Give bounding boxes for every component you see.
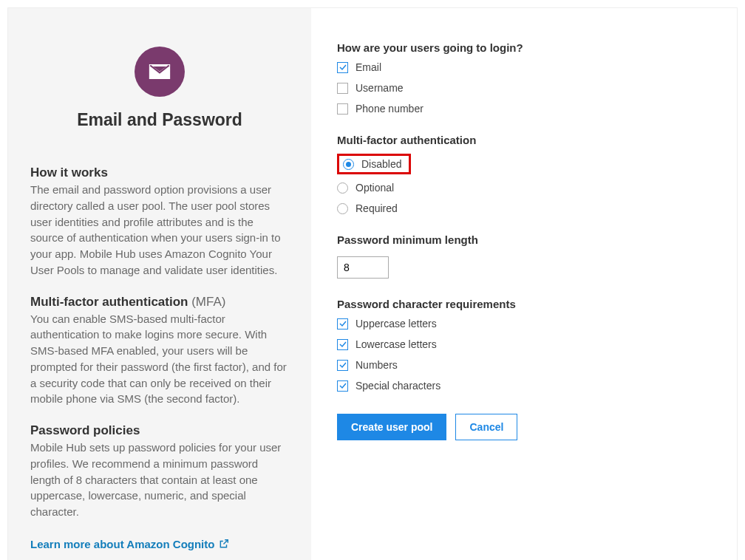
checkbox-special[interactable] [337, 380, 348, 392]
req-upper-label: Uppercase letters [356, 318, 437, 329]
config-form: How are your users going to login? Email… [311, 8, 737, 560]
mfa-disabled-highlight: Disabled [337, 154, 411, 174]
mfa-disabled-label: Disabled [361, 158, 401, 170]
req-numbers-row[interactable]: Numbers [337, 359, 715, 371]
checkbox-upper[interactable] [337, 318, 348, 329]
mfa-required-row[interactable]: Required [337, 202, 715, 214]
email-password-config-panel: Email and Password How it works The emai… [7, 7, 738, 560]
login-phone-label: Phone number [356, 103, 423, 115]
create-user-pool-button[interactable]: Create user pool [337, 414, 446, 440]
login-email-row[interactable]: Email [337, 61, 715, 73]
mfa-disabled-row[interactable]: Disabled [343, 158, 401, 170]
envelope-icon [135, 47, 185, 97]
radio-required[interactable] [337, 203, 348, 214]
req-lower-label: Lowercase letters [356, 338, 437, 350]
external-link-icon [219, 539, 229, 549]
cancel-button[interactable]: Cancel [455, 414, 517, 440]
how-it-works-body: The email and password option provisions… [30, 182, 289, 279]
button-row: Create user pool Cancel [337, 414, 715, 440]
checkbox-lower[interactable] [337, 339, 348, 350]
login-phone-row[interactable]: Phone number [337, 103, 715, 115]
how-it-works-heading: How it works [30, 165, 289, 180]
login-heading: How are your users going to login? [337, 41, 715, 54]
login-username-row[interactable]: Username [337, 82, 715, 94]
mfa-required-label: Required [356, 202, 398, 214]
pwd-req-heading: Password character requirements [337, 298, 715, 310]
mfa-body: You can enable SMS-based multi-factor au… [30, 311, 289, 408]
mfa-optional-row[interactable]: Optional [337, 182, 715, 194]
checkbox-email[interactable] [337, 62, 348, 73]
checkbox-numbers[interactable] [337, 360, 348, 371]
radio-optional[interactable] [337, 182, 348, 194]
checkbox-username[interactable] [337, 83, 348, 94]
panel-title: Email and Password [30, 110, 289, 130]
mfa-heading-text: Multi-factor authentication [30, 295, 188, 309]
req-special-label: Special characters [356, 380, 440, 392]
mfa-heading-suffix: (MFA) [188, 295, 225, 309]
policies-body: Mobile Hub sets up password policies for… [30, 440, 289, 520]
login-email-label: Email [356, 61, 381, 73]
learn-more-link[interactable]: Learn more about Amazon Cognito [30, 538, 229, 550]
learn-more-text: Learn more about Amazon Cognito [30, 538, 214, 550]
mfa-heading: Multi-factor authentication (MFA) [30, 295, 289, 310]
mfa-optional-label: Optional [356, 182, 394, 194]
login-username-label: Username [356, 82, 404, 94]
req-numbers-label: Numbers [356, 359, 398, 371]
policies-heading: Password policies [30, 423, 289, 438]
req-upper-row[interactable]: Uppercase letters [337, 318, 715, 329]
info-panel: Email and Password How it works The emai… [8, 8, 311, 560]
radio-disabled[interactable] [343, 159, 354, 170]
mfa-form-heading: Multi-factor authentication [337, 134, 715, 146]
req-special-row[interactable]: Special characters [337, 380, 715, 392]
checkbox-phone[interactable] [337, 103, 348, 115]
req-lower-row[interactable]: Lowercase letters [337, 338, 715, 350]
password-min-length-input[interactable] [337, 256, 389, 279]
pwd-length-heading: Password minimum length [337, 233, 715, 246]
